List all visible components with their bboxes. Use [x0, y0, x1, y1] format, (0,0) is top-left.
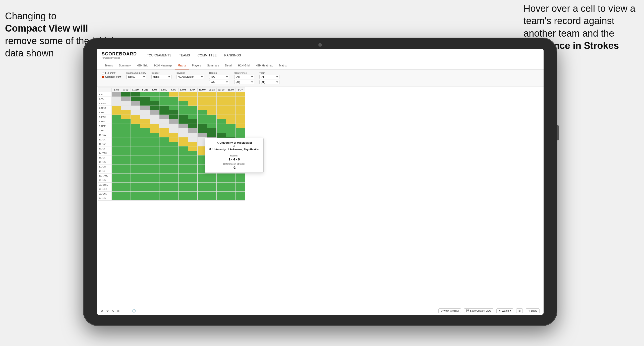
- matrix-cell[interactable]: [121, 128, 131, 133]
- matrix-cell[interactable]: [112, 124, 121, 128]
- matrix-cell[interactable]: [217, 110, 226, 115]
- matrix-cell[interactable]: [150, 101, 159, 106]
- matrix-cell[interactable]: [188, 151, 198, 155]
- matrix-cell[interactable]: [198, 192, 207, 196]
- matrix-cell[interactable]: [169, 128, 179, 133]
- matrix-cell[interactable]: [131, 164, 140, 169]
- matrix-cell[interactable]: [236, 174, 245, 178]
- matrix-cell[interactable]: [179, 169, 188, 174]
- matrix-cell[interactable]: [159, 101, 169, 106]
- matrix-cell[interactable]: [198, 110, 207, 115]
- matrix-cell[interactable]: [179, 174, 188, 178]
- matrix-cell[interactable]: [236, 97, 245, 101]
- matrix-cell[interactable]: [159, 119, 169, 124]
- matrix-cell[interactable]: [140, 124, 150, 128]
- tab-h2h-heatmap2[interactable]: H2H Heatmap: [253, 62, 276, 69]
- matrix-cell[interactable]: [131, 160, 140, 164]
- matrix-cell[interactable]: [131, 142, 140, 146]
- matrix-cell[interactable]: [198, 128, 207, 133]
- matrix-cell[interactable]: [159, 92, 169, 97]
- matrix-cell[interactable]: [112, 97, 121, 101]
- watch-btn[interactable]: 👁 Watch ▾: [496, 308, 513, 313]
- matrix-cell[interactable]: [179, 160, 188, 164]
- matrix-cell[interactable]: [226, 196, 236, 201]
- matrix-cell[interactable]: [159, 187, 169, 192]
- matrix-cell[interactable]: [169, 160, 179, 164]
- matrix-cell[interactable]: [121, 151, 131, 155]
- matrix-cell[interactable]: [131, 133, 140, 137]
- nav-committee[interactable]: COMMITTEE: [198, 53, 217, 58]
- tab-teams[interactable]: Teams: [102, 62, 116, 69]
- matrix-cell[interactable]: [226, 97, 236, 101]
- matrix-cell[interactable]: [207, 119, 217, 124]
- matrix-cell[interactable]: [112, 155, 121, 160]
- matrix-cell[interactable]: [236, 133, 245, 137]
- matrix-cell[interactable]: [179, 106, 188, 110]
- matrix-cell[interactable]: [131, 192, 140, 196]
- matrix-cell[interactable]: [121, 97, 131, 101]
- matrix-cell[interactable]: [131, 178, 140, 183]
- matrix-cell[interactable]: [150, 187, 159, 192]
- matrix-cell[interactable]: [112, 115, 121, 119]
- matrix-cell[interactable]: [169, 155, 179, 160]
- matrix-cell[interactable]: [121, 110, 131, 115]
- matrix-cell[interactable]: [140, 160, 150, 164]
- matrix-cell[interactable]: [131, 155, 140, 160]
- tab-matrix2[interactable]: Matrix: [276, 62, 290, 69]
- matrix-cell[interactable]: [159, 137, 169, 142]
- matrix-cell[interactable]: [140, 110, 150, 115]
- matrix-cell[interactable]: [140, 128, 150, 133]
- matrix-cell[interactable]: [198, 187, 207, 192]
- matrix-cell[interactable]: [188, 142, 198, 146]
- matrix-cell[interactable]: [140, 169, 150, 174]
- matrix-cell[interactable]: [236, 106, 245, 110]
- matrix-cell[interactable]: [188, 164, 198, 169]
- matrix-cell[interactable]: [112, 146, 121, 151]
- matrix-cell[interactable]: [207, 183, 217, 187]
- matrix-cell[interactable]: [140, 187, 150, 192]
- matrix-cell[interactable]: [188, 106, 198, 110]
- matrix-cell[interactable]: [226, 133, 236, 137]
- matrix-cell[interactable]: [198, 106, 207, 110]
- matrix-cell[interactable]: [226, 178, 236, 183]
- matrix-cell[interactable]: [236, 178, 245, 183]
- matrix-cell[interactable]: [112, 92, 121, 97]
- matrix-cell[interactable]: [112, 183, 121, 187]
- matrix-cell[interactable]: [121, 142, 131, 146]
- matrix-cell[interactable]: [140, 183, 150, 187]
- matrix-cell[interactable]: [217, 178, 226, 183]
- matrix-cell[interactable]: [159, 110, 169, 115]
- matrix-cell[interactable]: [207, 128, 217, 133]
- filter-division-select[interactable]: NCAA Division I: [177, 75, 204, 79]
- matrix-cell[interactable]: [159, 133, 169, 137]
- matrix-cell[interactable]: [179, 164, 188, 169]
- matrix-cell[interactable]: [150, 124, 159, 128]
- matrix-cell[interactable]: [112, 106, 121, 110]
- matrix-cell[interactable]: [179, 146, 188, 151]
- copy-icon[interactable]: ⧉: [117, 309, 120, 313]
- matrix-cell[interactable]: [150, 164, 159, 169]
- matrix-cell[interactable]: [236, 128, 245, 133]
- matrix-cell[interactable]: [236, 110, 245, 115]
- matrix-cell[interactable]: [169, 115, 179, 119]
- matrix-cell[interactable]: [159, 183, 169, 187]
- matrix-cell[interactable]: [140, 192, 150, 196]
- matrix-cell[interactable]: [140, 164, 150, 169]
- matrix-cell[interactable]: [121, 92, 131, 97]
- matrix-cell[interactable]: [198, 183, 207, 187]
- matrix-cell[interactable]: [150, 196, 159, 201]
- matrix-cell[interactable]: [169, 169, 179, 174]
- matrix-cell[interactable]: [150, 151, 159, 155]
- matrix-cell[interactable]: [131, 92, 140, 97]
- matrix-cell[interactable]: [188, 183, 198, 187]
- matrix-cell[interactable]: [179, 192, 188, 196]
- matrix-cell[interactable]: [131, 169, 140, 174]
- matrix-cell[interactable]: [169, 124, 179, 128]
- matrix-cell[interactable]: [150, 142, 159, 146]
- matrix-cell[interactable]: [169, 174, 179, 178]
- matrix-cell[interactable]: [140, 178, 150, 183]
- matrix-cell[interactable]: [236, 124, 245, 128]
- matrix-cell[interactable]: [121, 160, 131, 164]
- matrix-cell[interactable]: [131, 124, 140, 128]
- matrix-cell[interactable]: [112, 101, 121, 106]
